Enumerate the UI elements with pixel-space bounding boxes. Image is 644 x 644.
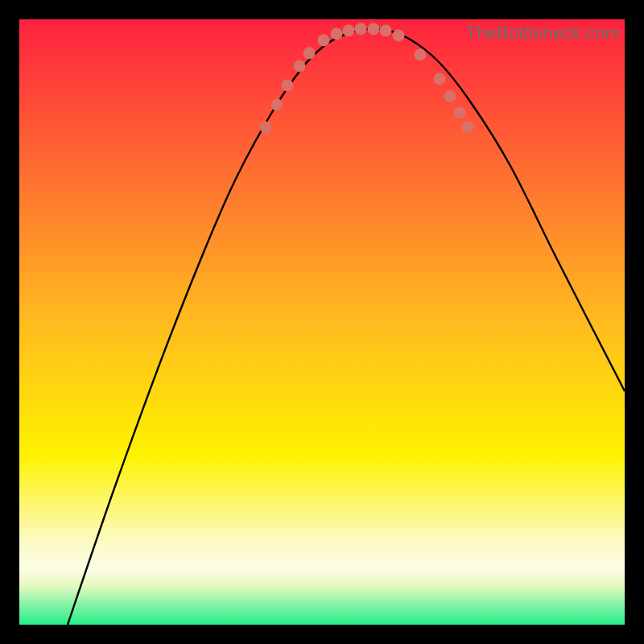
curve-marker <box>318 35 330 47</box>
curve-marker <box>454 107 466 119</box>
curve-marker <box>434 73 446 85</box>
bottleneck-curve <box>19 19 625 625</box>
curve-marker <box>355 23 367 35</box>
curve-marker <box>271 99 283 111</box>
curve-marker <box>343 25 355 37</box>
curve-marker <box>393 30 405 42</box>
curve-marker <box>415 49 427 61</box>
curve-marker <box>462 122 474 134</box>
curve-marker <box>368 23 380 35</box>
chart-frame: TheBottleneck.com <box>19 19 625 625</box>
curve-marker <box>294 60 306 72</box>
curve-marker <box>380 25 392 37</box>
curve-marker <box>444 91 456 103</box>
curve-marker <box>282 80 294 92</box>
curve-marker <box>303 47 316 60</box>
curve-marker <box>260 122 272 134</box>
curve-marker <box>331 28 343 40</box>
